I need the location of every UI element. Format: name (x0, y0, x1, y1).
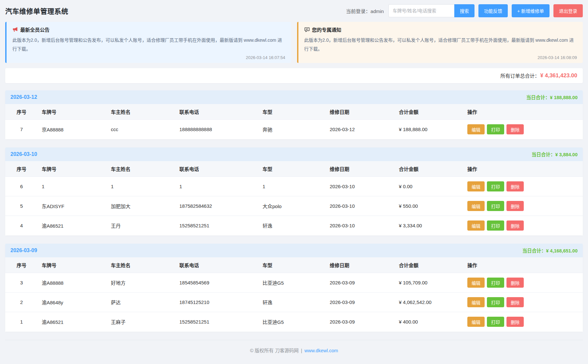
footer-link[interactable]: www.dkewl.com (304, 348, 338, 353)
edit-button[interactable]: 编辑 (467, 297, 485, 307)
column-header: 车牌号 (38, 104, 107, 120)
current-login-label: 当前登录： (346, 8, 370, 14)
phone-cell: 18545854569 (175, 273, 259, 293)
model-cell: 大众polo (259, 196, 326, 216)
group-date: 2026-03-09 (10, 248, 37, 253)
seq-cell: 1 (5, 312, 38, 332)
print-button[interactable]: 打印 (487, 297, 504, 307)
model-cell: 比亚迪G5 (259, 273, 326, 293)
amount-cell: ¥ 400.00 (395, 312, 463, 332)
page: 汽车维修单管理系统 当前登录：admin 搜索 功能反馈 + 新增维修单 退出登… (0, 0, 588, 362)
daily-total: 当日合计：¥ 4,168,651.00 (522, 247, 578, 254)
announcement-body: 此版本为2.0，新增后台账号管理和公告发布，可以私发个人账号，适合修理厂员工带手… (12, 36, 285, 54)
delete-button[interactable]: 删除 (506, 317, 524, 327)
owner-cell: 好地方 (107, 273, 175, 293)
print-button[interactable]: 打印 (487, 220, 504, 231)
delete-button[interactable]: 删除 (506, 278, 524, 288)
print-button[interactable]: 打印 (487, 201, 504, 211)
actions-cell: 编辑打印删除 (463, 273, 583, 293)
amount-cell: ¥ 3,334.00 (395, 216, 463, 235)
daily-total: 当日合计：¥ 3,884.00 (532, 151, 578, 158)
personal-notice-body: 此版本为2.0，新增后台账号管理和公告发布，可以私发个人账号，适合修理厂员工带手… (304, 36, 577, 54)
actions-cell: 编辑打印删除 (463, 177, 583, 196)
group-date: 2026-03-12 (10, 94, 37, 100)
column-header: 车牌号 (38, 161, 107, 177)
edit-button[interactable]: 编辑 (467, 278, 485, 288)
edit-button[interactable]: 编辑 (467, 124, 485, 134)
announcement-title: 最新全员公告 (20, 26, 50, 33)
plate-cell: 渝A8648y (38, 293, 107, 312)
amount-cell: ¥ 4,062,542.00 (395, 293, 463, 312)
owner-cell: 王麻子 (107, 312, 175, 332)
topbar: 汽车维修单管理系统 当前登录：admin 搜索 功能反馈 + 新增维修单 退出登… (5, 0, 583, 21)
column-header: 车型 (259, 104, 326, 120)
search-input[interactable] (388, 4, 454, 17)
column-header: 维修日期 (326, 161, 395, 177)
column-header: 合计金额 (395, 161, 463, 177)
order-group: 2026-03-09 当日合计：¥ 4,168,651.00 序号车牌号车主姓名… (5, 244, 583, 332)
column-header: 序号 (5, 161, 38, 177)
logout-button[interactable]: 退出登录 (553, 4, 583, 17)
column-header: 车型 (259, 257, 326, 273)
delete-button[interactable]: 删除 (506, 124, 524, 134)
table-row: 3渝A88888好地方18545854569比亚迪G52026-03-09¥ 1… (5, 273, 583, 293)
orders-table: 序号车牌号车主姓名联系电话车型维修日期合计金额操作 611112026-03-1… (5, 161, 583, 235)
actions-cell: 编辑打印删除 (463, 120, 583, 139)
repair-date-cell: 2026-03-09 (326, 293, 395, 312)
seq-cell: 4 (5, 216, 38, 235)
column-header: 车型 (259, 161, 326, 177)
owner-cell: 王丹 (107, 216, 175, 235)
delete-button[interactable]: 删除 (506, 220, 524, 231)
copyright-text: © 版权所有 刀客源码网 (250, 348, 298, 353)
order-group: 2026-03-12 当日合计：¥ 188,888.00 序号车牌号车主姓名联系… (5, 90, 583, 139)
edit-button[interactable]: 编辑 (467, 181, 485, 191)
edit-button[interactable]: 编辑 (467, 220, 485, 231)
print-button[interactable]: 打印 (487, 278, 504, 288)
feedback-button[interactable]: 功能反馈 (478, 4, 508, 17)
delete-button[interactable]: 删除 (506, 297, 524, 307)
daily-total: 当日合计：¥ 188,888.00 (526, 94, 578, 100)
search-button[interactable]: 搜索 (454, 4, 475, 17)
search-group: 搜索 (388, 4, 475, 17)
page-title: 汽车维修单管理系统 (5, 6, 68, 16)
grand-total-label: 所有订单总合计： (501, 72, 540, 79)
edit-button[interactable]: 编辑 (467, 317, 485, 327)
amount-cell: ¥ 550.00 (395, 196, 463, 216)
speech-bubble-icon (304, 27, 310, 32)
column-header: 维修日期 (326, 104, 395, 120)
order-group: 2026-03-10 当日合计：¥ 3,884.00 序号车牌号车主姓名联系电话… (5, 147, 583, 235)
column-header: 车牌号 (38, 257, 107, 273)
footer: © 版权所有 刀客源码网|www.dkewl.com (5, 340, 583, 362)
phone-cell: 188888888888 (175, 120, 259, 139)
table-row: 7京A88888ccc188888888888奔驰2026-03-12¥ 188… (5, 120, 583, 139)
repair-date-cell: 2026-03-10 (326, 177, 395, 196)
owner-cell: 萨达 (107, 293, 175, 312)
model-cell: 1 (259, 177, 326, 196)
plate-cell: 渝A86521 (38, 216, 107, 235)
table-header-row: 序号车牌号车主姓名联系电话车型维修日期合计金额操作 (5, 257, 583, 273)
column-header: 维修日期 (326, 257, 395, 273)
table-header-row: 序号车牌号车主姓名联系电话车型维修日期合计金额操作 (5, 104, 583, 120)
print-button[interactable]: 打印 (487, 317, 504, 327)
repair-date-cell: 2026-03-10 (326, 216, 395, 235)
print-button[interactable]: 打印 (487, 124, 504, 134)
notices: 最新全员公告 此版本为2.0，新增后台账号管理和公告发布，可以私发个人账号，适合… (5, 22, 583, 63)
phone-cell: 1 (175, 177, 259, 196)
column-header: 合计金额 (395, 257, 463, 273)
seq-cell: 3 (5, 273, 38, 293)
group-header: 2026-03-10 当日合计：¥ 3,884.00 (5, 147, 583, 161)
print-button[interactable]: 打印 (487, 181, 504, 191)
delete-button[interactable]: 删除 (506, 181, 524, 191)
table-row: 611112026-03-10¥ 0.00编辑打印删除 (5, 177, 583, 196)
column-header: 操作 (463, 257, 583, 273)
announcement-timestamp: 2026-03-14 16:07:54 (12, 55, 285, 60)
daily-total-label: 当日合计： (522, 248, 546, 253)
owner-cell: 1 (107, 177, 175, 196)
daily-total-amount: ¥ 188,888.00 (550, 95, 578, 100)
model-cell: 比亚迪G5 (259, 312, 326, 332)
edit-button[interactable]: 编辑 (467, 201, 485, 211)
current-user: admin (370, 8, 384, 14)
table-row: 5东ADISYF加肥加大187582584632大众polo2026-03-10… (5, 196, 583, 216)
add-order-button[interactable]: + 新增维修单 (512, 4, 550, 17)
delete-button[interactable]: 删除 (506, 201, 524, 211)
